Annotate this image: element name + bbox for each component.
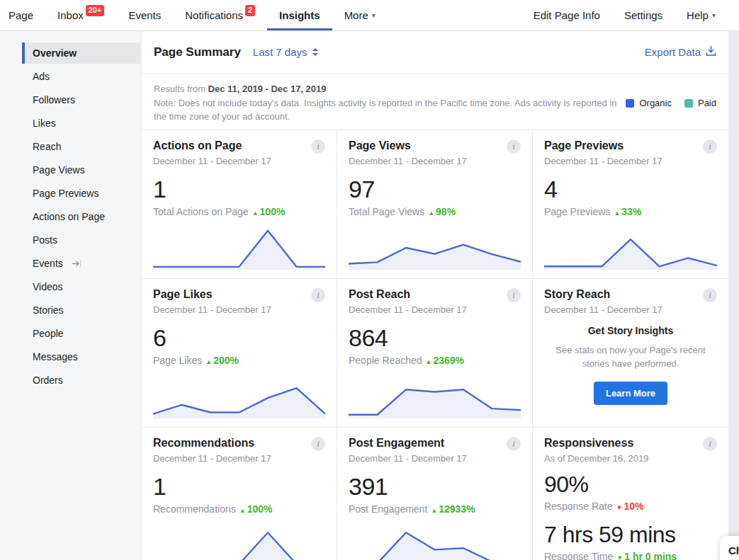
tab-more[interactable]: More▾ xyxy=(332,0,388,30)
tab-label: More xyxy=(344,9,368,21)
tab-label: Insights xyxy=(279,9,320,21)
legend-label: Paid xyxy=(698,98,716,108)
metric-label: Recommendations xyxy=(153,503,236,515)
chat-widget[interactable]: Ch xyxy=(720,536,739,560)
card-date-range: December 11 - December 17 xyxy=(349,304,467,315)
metric-value: 1 xyxy=(153,474,325,498)
info-icon[interactable]: i xyxy=(311,139,325,154)
delta-badge: ▲33% xyxy=(614,206,641,217)
sparkline-chart xyxy=(349,226,521,270)
results-prefix: Results from xyxy=(154,84,208,94)
edit-page-info-button[interactable]: Edit Page Info xyxy=(521,0,612,30)
metric-label: Response Time xyxy=(544,551,613,560)
card-post-engagement: Post Engagement December 11 - December 1… xyxy=(337,428,533,560)
card-title: Responsiveness xyxy=(544,437,648,450)
sidebar-item-label: Followers xyxy=(33,94,75,105)
card-title: Page Views xyxy=(349,139,467,152)
delta-badge: ▲100% xyxy=(252,206,286,217)
metric-value: 391 xyxy=(349,474,521,498)
info-icon[interactable]: i xyxy=(507,437,521,451)
card-title: Page Likes xyxy=(153,288,271,301)
settings-button[interactable]: Settings xyxy=(612,0,675,30)
delta-badge: ▼1 hr 0 mins xyxy=(616,551,677,560)
date-range-selector[interactable]: Last 7 days xyxy=(253,46,318,58)
sidebar-item-label: Posts xyxy=(33,234,57,246)
card-title: Post Engagement xyxy=(349,437,467,450)
story-insights-text: See stats on how your Page's recent stor… xyxy=(546,344,715,371)
sidebar-item-people[interactable]: People xyxy=(22,323,140,344)
tab-page[interactable]: Page xyxy=(9,0,45,30)
delta-value: 100% xyxy=(260,206,286,217)
delta-value: 1 hr 0 mins xyxy=(624,551,677,560)
tab-inbox[interactable]: Inbox20+ xyxy=(45,0,116,30)
info-icon[interactable]: i xyxy=(311,437,325,451)
delta-value: 98% xyxy=(436,206,456,217)
sparkline-chart xyxy=(153,226,325,270)
info-icon[interactable]: i xyxy=(703,288,717,302)
nav-label: Edit Page Info xyxy=(534,9,600,21)
results-text: Results from Dec 11, 2019 - Dec 17, 2019… xyxy=(154,82,618,121)
organic-swatch xyxy=(626,99,634,108)
chat-label: Ch xyxy=(728,544,739,556)
card-actions-on-page: Actions on Page December 11 - December 1… xyxy=(142,130,337,279)
tab-label: Events xyxy=(128,9,161,21)
metric-value: 864 xyxy=(349,326,521,350)
export-data-label: Export Data xyxy=(645,46,701,58)
sidebar-item-page-previews[interactable]: Page Previews xyxy=(22,183,140,204)
top-nav-right: Edit Page Info Settings Help▾ xyxy=(521,0,739,30)
info-icon[interactable]: i xyxy=(507,288,521,302)
chevron-down-icon: ▾ xyxy=(372,11,376,19)
sidebar-item-videos[interactable]: Videos xyxy=(22,276,140,297)
response-rate-value: 90% xyxy=(544,473,717,496)
delta-value: 12933% xyxy=(439,503,475,515)
sidebar-item-label: Videos xyxy=(33,281,63,292)
info-icon[interactable]: i xyxy=(703,139,717,154)
insights-sidebar: Overview Ads Followers Likes Reach Page … xyxy=(0,31,142,560)
up-arrow-icon: ▲ xyxy=(428,210,434,217)
sidebar-item-ads[interactable]: Ads xyxy=(22,66,140,87)
card-recommendations: Recommendations December 11 - December 1… xyxy=(142,428,337,560)
metric-value: 4 xyxy=(544,177,717,201)
learn-more-button[interactable]: Learn More xyxy=(594,382,667,405)
tab-events[interactable]: Events xyxy=(116,0,173,30)
delta-value: 100% xyxy=(247,503,273,515)
delta-badge: ▲200% xyxy=(205,355,239,366)
info-icon[interactable]: i xyxy=(311,288,325,302)
down-arrow-icon: ▼ xyxy=(616,554,623,560)
card-title: Page Previews xyxy=(544,139,662,152)
card-page-views: Page Views December 11 - December 17 i 9… xyxy=(337,130,533,279)
card-title: Story Reach xyxy=(544,288,662,301)
down-arrow-icon: ▼ xyxy=(616,504,623,511)
sidebar-item-label: Overview xyxy=(33,47,77,59)
metric-label: People Reached xyxy=(349,355,422,366)
sidebar-item-overview[interactable]: Overview xyxy=(22,42,140,64)
page-layout: Overview Ads Followers Likes Reach Page … xyxy=(0,31,728,560)
sidebar-item-label: Page Views xyxy=(33,164,85,176)
sparkline-chart xyxy=(544,226,717,270)
tab-label: Notifications xyxy=(185,9,243,21)
top-nav: Page Inbox20+ Events Notifications2 Insi… xyxy=(0,0,739,31)
export-data-button[interactable]: Export Data xyxy=(645,45,716,59)
tab-notifications[interactable]: Notifications2 xyxy=(173,0,267,30)
delta-value: 33% xyxy=(621,206,641,217)
sidebar-item-posts[interactable]: Posts xyxy=(22,229,140,251)
help-menu[interactable]: Help▾ xyxy=(675,0,728,30)
up-arrow-icon: ▲ xyxy=(431,507,437,514)
notifications-badge: 2 xyxy=(245,5,255,16)
tab-insights[interactable]: Insights xyxy=(267,0,332,30)
sidebar-item-stories[interactable]: Stories xyxy=(22,299,140,321)
external-link-icon xyxy=(72,259,81,268)
sidebar-item-actions-on-page[interactable]: Actions on Page xyxy=(22,206,140,227)
info-icon[interactable]: i xyxy=(703,437,717,451)
legend-label: Organic xyxy=(639,98,672,108)
sidebar-item-page-views[interactable]: Page Views xyxy=(22,159,140,181)
info-icon[interactable]: i xyxy=(507,139,521,154)
sidebar-item-messages[interactable]: Messages xyxy=(22,346,140,367)
sidebar-item-reach[interactable]: Reach xyxy=(22,136,140,157)
sidebar-item-events[interactable]: Events xyxy=(22,253,140,274)
results-date-range: Dec 11, 2019 - Dec 17, 2019 xyxy=(208,84,327,94)
response-time-value: 7 hrs 59 mins xyxy=(544,523,717,546)
sidebar-item-followers[interactable]: Followers xyxy=(22,89,140,110)
sidebar-item-likes[interactable]: Likes xyxy=(22,113,140,134)
sidebar-item-orders[interactable]: Orders xyxy=(22,370,140,391)
